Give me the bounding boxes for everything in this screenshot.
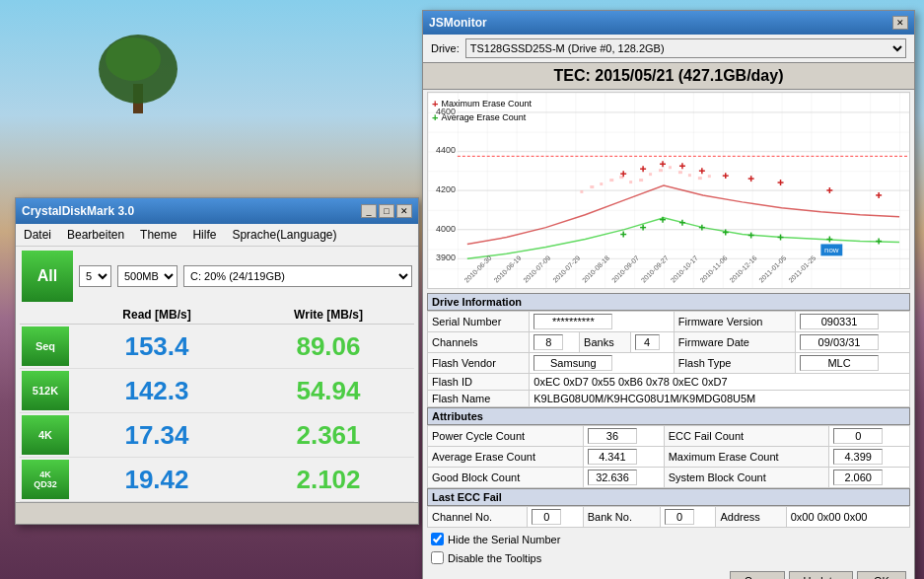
- cdm-menu-language[interactable]: Sprache(Language): [228, 226, 340, 244]
- cdm-512k-btn[interactable]: 512K: [22, 371, 69, 410]
- good-sys-block-row: Good Block Count 32.636 System Block Cou…: [428, 468, 910, 488]
- avg-erase-label: Average Erase Count: [428, 447, 584, 468]
- cdm-row-seq: Seq 153.4 89.06: [20, 325, 414, 369]
- cdm-read-header: Read [MB/s]: [71, 308, 243, 322]
- firmware-version-label: Firmware Version: [674, 312, 795, 332]
- channels-row: Channels 8 Banks 4 Firmware Date 09/03/3…: [428, 332, 910, 353]
- cdm-512k-write: 54.94: [243, 376, 414, 406]
- cdm-4kqd32-read: 19.42: [71, 465, 243, 495]
- cdm-window: CrystalDiskMark 3.0 _ □ ✕ Datei Bearbeit…: [15, 197, 419, 525]
- svg-rect-15: [659, 169, 663, 172]
- disable-tooltips-checkbox[interactable]: [431, 551, 444, 564]
- cdm-menu-hilfe[interactable]: Hilfe: [188, 226, 220, 244]
- svg-rect-16: [669, 166, 672, 169]
- flash-name-row: Flash Name K9LBG08U0M/K9HCG08U1M/K9MDG08…: [428, 391, 910, 407]
- jsm-title: JSMonitor: [429, 16, 487, 30]
- svg-text:4400: 4400: [436, 145, 456, 155]
- cdm-4kqd32-btn[interactable]: 4KQD32: [22, 460, 69, 499]
- cdm-drive-select[interactable]: C: 20% (24/119GB): [183, 265, 412, 287]
- jsm-close-btn[interactable]: ✕: [892, 16, 908, 30]
- svg-rect-20: [708, 175, 711, 178]
- legend-avg: + Average Erase Count: [432, 110, 532, 124]
- cdm-menu-bearbeiten[interactable]: Bearbeiten: [63, 226, 128, 244]
- ecc-fail-value: 0: [829, 426, 910, 447]
- max-erase-label: Maximum Erase Count: [664, 447, 829, 468]
- svg-rect-17: [678, 171, 682, 174]
- cdm-titlebar: CrystalDiskMark 3.0 _ □ ✕: [16, 198, 418, 224]
- svg-rect-12: [629, 181, 632, 183]
- power-cycle-value: 36: [583, 426, 664, 447]
- jsm-drive-select[interactable]: TS128GSSD25S-M (Drive #0, 128.2GB): [465, 38, 906, 58]
- cdm-seq-btn[interactable]: Seq: [22, 326, 69, 366]
- cdm-menu-datei[interactable]: Datei: [20, 226, 55, 244]
- svg-rect-18: [688, 174, 691, 177]
- bank-no-field: 0: [665, 509, 694, 525]
- bank-no-label: Bank No.: [583, 507, 660, 528]
- cdm-title: CrystalDiskMark 3.0: [22, 204, 134, 218]
- firmware-date-label: Firmware Date: [674, 332, 795, 353]
- ok-button[interactable]: OK: [857, 571, 906, 579]
- power-cycle-field: 36: [588, 428, 637, 444]
- banks-value: 4: [630, 332, 674, 353]
- banks-field: 4: [635, 334, 660, 350]
- flash-name-value: K9LBG08U0M/K9HCG08U1M/K9MDG08U5M: [530, 391, 910, 407]
- flash-name-label: Flash Name: [428, 391, 530, 407]
- cdm-close-btn[interactable]: ✕: [396, 204, 412, 218]
- hide-serial-checkbox[interactable]: [431, 533, 444, 545]
- cdm-512k-read: 142.3: [71, 376, 243, 406]
- cdm-window-controls: _ □ ✕: [361, 204, 412, 218]
- flash-id-row: Flash ID 0xEC 0xD7 0x55 0xB6 0x78 0xEC 0…: [428, 374, 910, 391]
- jsm-drive-row: Drive: TS128GSSD25S-M (Drive #0, 128.2GB…: [423, 35, 914, 62]
- cdm-write-header: Write [MB/s]: [243, 308, 414, 322]
- ecc-fail-field: 0: [833, 428, 883, 444]
- flash-type-field: MLC: [800, 355, 879, 371]
- svg-text:4200: 4200: [436, 184, 456, 194]
- update-button[interactable]: Update: [789, 571, 853, 579]
- cdm-seq-read: 153.4: [71, 331, 243, 362]
- jsm-tec-bar: TEC: 2015/05/21 (427.1GB/day): [423, 62, 914, 90]
- cdm-all-button[interactable]: All: [22, 251, 73, 302]
- attributes-header: Attributes: [427, 407, 910, 425]
- svg-rect-21: [580, 190, 583, 193]
- svg-rect-13: [639, 179, 643, 181]
- chart-legend: + Maximum Erase Count + Average Erase Co…: [432, 97, 532, 124]
- avg-erase-value: 4.341: [583, 447, 664, 468]
- cdm-runs-select[interactable]: 5: [79, 265, 111, 287]
- svg-rect-14: [649, 173, 652, 176]
- good-block-label: Good Block Count: [428, 468, 584, 488]
- cdm-4k-btn[interactable]: 4K: [22, 415, 69, 455]
- jsm-bottom-buttons: Copy Update OK: [423, 567, 914, 579]
- sys-block-label: System Block Count: [664, 468, 829, 488]
- drive-info-section: Drive Information Serial Number ********…: [423, 291, 914, 530]
- cdm-controls: All 5 500MB C: 20% (24/119GB): [16, 247, 418, 306]
- legend-max: + Maximum Erase Count: [432, 97, 532, 110]
- sys-block-value: 2.060: [829, 468, 910, 488]
- firmware-version-field: 090331: [800, 314, 879, 329]
- svg-rect-24: [609, 179, 613, 181]
- cdm-size-select[interactable]: 500MB: [117, 265, 178, 287]
- disable-tooltips-label: Disable the Tooltips: [448, 552, 541, 564]
- good-block-field: 32.636: [588, 470, 637, 485]
- address-label: Address: [716, 507, 786, 528]
- max-erase-field: 4.399: [833, 449, 883, 465]
- jsm-titlebar: JSMonitor ✕: [423, 11, 914, 35]
- serial-label: Serial Number: [428, 312, 530, 332]
- hide-serial-row: Hide the Serial Number: [423, 530, 914, 548]
- jsm-window: JSMonitor ✕ Drive: TS128GSSD25S-M (Drive…: [422, 10, 915, 579]
- cdm-menubar: Datei Bearbeiten Theme Hilfe Sprache(Lan…: [16, 224, 418, 247]
- copy-button[interactable]: Copy: [730, 571, 785, 579]
- cdm-maximize-btn[interactable]: □: [379, 204, 394, 218]
- avg-erase-field: 4.341: [588, 449, 637, 465]
- firmware-date-value: 09/03/31: [796, 332, 910, 353]
- banks-label: Banks: [580, 332, 631, 353]
- flash-id-label: Flash ID: [428, 374, 530, 391]
- cdm-statusbar: [16, 502, 418, 524]
- avg-max-erase-row: Average Erase Count 4.341 Maximum Erase …: [428, 447, 910, 468]
- last-ecc-table: Channel No. 0 Bank No. 0 Address 0x00 0x…: [427, 506, 910, 528]
- cdm-minimize-btn[interactable]: _: [361, 204, 377, 218]
- cdm-row-4kqd32: 4KQD32 19.42 2.102: [20, 458, 414, 502]
- svg-point-2: [106, 37, 161, 81]
- cdm-menu-theme[interactable]: Theme: [136, 226, 180, 244]
- cdm-row-4k: 4K 17.34 2.361: [20, 413, 414, 458]
- svg-text:4000: 4000: [436, 224, 456, 234]
